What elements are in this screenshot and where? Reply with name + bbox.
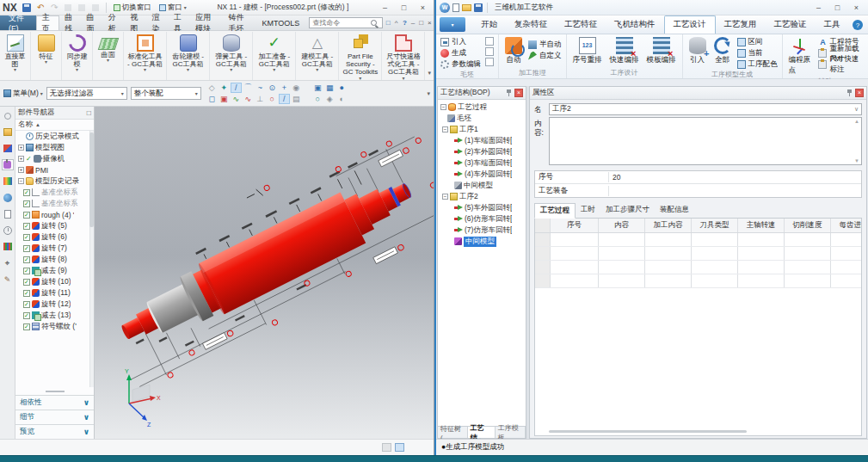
- tab-tools[interactable]: 工具: [169, 15, 190, 30]
- redo-icon[interactable]: ↷: [49, 2, 60, 13]
- checkbox-icon[interactable]: ✓: [23, 189, 30, 196]
- blank-extra-icon[interactable]: [485, 47, 494, 56]
- navigator-scrollbar[interactable]: [89, 131, 94, 387]
- scrollbar-thumb[interactable]: [89, 132, 94, 227]
- ribbon-group-modeling-tools[interactable]: △ 建模工具 - GC工具箱▾: [296, 32, 339, 80]
- tree-item-step4[interactable]: (4)车外圆回转[: [438, 169, 526, 180]
- constraint-navigator-icon[interactable]: [2, 143, 14, 154]
- close-button[interactable]: ×: [415, 2, 431, 14]
- tab-assembly-info[interactable]: 装配信息: [655, 203, 694, 219]
- chevron-down-icon[interactable]: ∨: [83, 413, 89, 422]
- tab-aircraft-structures[interactable]: 飞机结构件: [606, 16, 664, 34]
- snap-quadrant-icon[interactable]: ◉: [291, 83, 302, 93]
- system-materials-icon[interactable]: [2, 241, 14, 252]
- ribbon-overflow-button[interactable]: ▾: [425, 32, 434, 80]
- panel-dock-icon[interactable]: □: [87, 108, 91, 117]
- checkbox-icon[interactable]: ✓: [23, 312, 30, 319]
- quick-arrange-button[interactable]: 快速编排: [608, 36, 641, 65]
- custom-button[interactable]: 自定义: [528, 51, 562, 60]
- touch-mode-icon[interactable]: ⌖: [2, 257, 14, 268]
- tab-surface[interactable]: 曲面: [82, 15, 103, 30]
- tree-item-datum-csys[interactable]: ✓基准坐标系: [15, 198, 94, 209]
- save-icon[interactable]: [22, 2, 33, 13]
- selection-scope-combo[interactable]: 整个装配 ▾: [131, 87, 201, 100]
- tree-item-op2[interactable]: −工序2: [438, 191, 526, 202]
- table-row[interactable]: [535, 247, 861, 261]
- tab-kmtools[interactable]: KMTOOLS: [256, 15, 305, 30]
- checkbox-icon[interactable]: ✓: [23, 200, 30, 207]
- field-row-equipment[interactable]: 工艺装备: [535, 184, 861, 197]
- tab-analysis[interactable]: 分析: [103, 15, 125, 30]
- dependencies-panel[interactable]: 相依性∨: [15, 395, 94, 410]
- tab-start[interactable]: 开始: [472, 16, 506, 34]
- renumber-button[interactable]: 123序号重排: [571, 36, 604, 65]
- tab-feature-tree[interactable]: 特征树(..: [438, 427, 468, 438]
- gesture-icon[interactable]: ✎: [2, 274, 14, 285]
- snap-endpoint-icon[interactable]: ◻: [206, 94, 218, 104]
- table-row[interactable]: [535, 261, 861, 274]
- tree-item-revolve-10[interactable]: ✓旋转 (10): [15, 276, 94, 287]
- tree-item-process-root[interactable]: −工艺过程: [438, 102, 526, 113]
- ribbon-group-gear-modeling[interactable]: 齿轮建模 - GC工具箱▾: [167, 32, 210, 80]
- blank-param-edit-button[interactable]: 参数编辑: [440, 59, 481, 69]
- collapse-icon[interactable]: −: [18, 178, 24, 184]
- op-color-button[interactable]: 工序配色: [737, 59, 778, 69]
- minimize-ribbon-icon[interactable]: ^: [392, 17, 401, 28]
- tree-item-cameras[interactable]: +✓摄像机: [15, 153, 94, 164]
- tab-casting-blank[interactable]: 铸件毛坯: [224, 15, 257, 30]
- ribbon-group-dim-format[interactable]: 尺寸快速格式化工具 - GC工具箱▾: [382, 32, 425, 80]
- col-seq[interactable]: 序号: [551, 219, 599, 232]
- orient-view-icon[interactable]: ○: [312, 94, 323, 104]
- content-textarea[interactable]: ▲ ▼: [549, 117, 862, 165]
- tree-item-step1[interactable]: (1)车端面回转[: [438, 135, 526, 146]
- snap-center-icon[interactable]: ⊙: [267, 83, 278, 93]
- name-combo[interactable]: 工序2 ∨: [549, 103, 862, 115]
- tree-item-revolve-12[interactable]: ✓旋转 (12): [15, 299, 94, 310]
- collapse-icon[interactable]: −: [442, 194, 448, 200]
- snap-spline-icon[interactable]: ∿: [243, 94, 254, 104]
- tree-item-revolve-6[interactable]: ✓旋转 (6): [15, 231, 94, 243]
- chevron-down-icon[interactable]: ∨: [83, 398, 89, 407]
- new-file-icon[interactable]: [452, 3, 459, 12]
- ribbon-group-machining-prep[interactable]: ✓ 加工准备 - GC工具箱▾: [253, 32, 296, 80]
- ribbon-group-direct-sketch[interactable]: 直接草图▾: [0, 32, 31, 80]
- template-arrange-button[interactable]: 模板编排: [645, 36, 678, 65]
- tree-item-op1[interactable]: −工序1: [438, 124, 526, 135]
- pin-icon[interactable]: [506, 89, 512, 97]
- checkbox-icon[interactable]: ✓: [23, 223, 30, 230]
- graphics-viewport[interactable]: Y X Z: [95, 107, 434, 439]
- checkbox-icon[interactable]: ✓: [23, 212, 30, 219]
- hd3d-tools-icon[interactable]: [2, 208, 14, 219]
- ribbon-group-standard-tools[interactable]: 标准化工具 - GC工具箱▾: [124, 32, 167, 80]
- snap-point-icon[interactable]: ◇: [206, 83, 218, 93]
- checkbox-icon[interactable]: ✓: [23, 323, 30, 330]
- preview-panel[interactable]: 预览∨: [15, 424, 94, 439]
- snap-line-icon[interactable]: /: [231, 83, 242, 93]
- tree-item-subtract-9[interactable]: ✓减去 (9): [15, 265, 94, 276]
- tab-process-structure[interactable]: 工艺结..: [468, 427, 496, 438]
- roles-icon[interactable]: [2, 110, 14, 121]
- tree-item-intermediate-model-2-selected[interactable]: 中间模型: [438, 236, 526, 247]
- tab-process-design[interactable]: 工艺设计: [664, 15, 716, 34]
- tree-item-subtract-13[interactable]: ✓减去 (13): [15, 310, 94, 321]
- tree-item-step7[interactable]: (7)仿形车回转[: [438, 225, 526, 236]
- tree-item-step2[interactable]: (2)车外圆回转[: [438, 146, 526, 157]
- auto-button[interactable]: 自动: [503, 36, 524, 65]
- tree-item-datum-csys[interactable]: ✓基准坐标系: [15, 187, 94, 198]
- tab-worktime[interactable]: 工时: [576, 203, 600, 219]
- status-grid-icon[interactable]: [382, 443, 391, 452]
- ribbon-group-feature[interactable]: 特征▾: [31, 32, 62, 80]
- tree-item-step5[interactable]: (5)车外圆回转[: [438, 202, 526, 213]
- tree-item-step6[interactable]: (6)仿形车回转[: [438, 213, 526, 225]
- snap-tangent-icon[interactable]: ~: [255, 83, 266, 93]
- help-icon[interactable]: ?: [401, 17, 409, 28]
- tab-tools[interactable]: 工具: [816, 16, 849, 34]
- tree-item-model-views[interactable]: +模型视图: [15, 142, 94, 153]
- semi-auto-button[interactable]: 半自动: [528, 40, 562, 49]
- checkbox-icon[interactable]: ✓: [23, 301, 30, 308]
- snap-intersection-icon[interactable]: +: [279, 83, 290, 93]
- selection-filter-combo[interactable]: 无选择过滤器 ▾: [46, 87, 127, 100]
- close-panel-icon[interactable]: ×: [855, 89, 864, 97]
- blank-extra-icon[interactable]: [485, 58, 494, 66]
- checkbox-icon[interactable]: ✓: [23, 245, 30, 252]
